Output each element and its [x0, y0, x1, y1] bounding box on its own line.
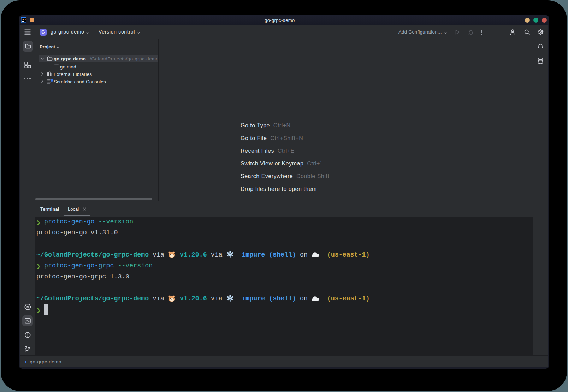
svg-text:GO: GO: [22, 18, 26, 21]
